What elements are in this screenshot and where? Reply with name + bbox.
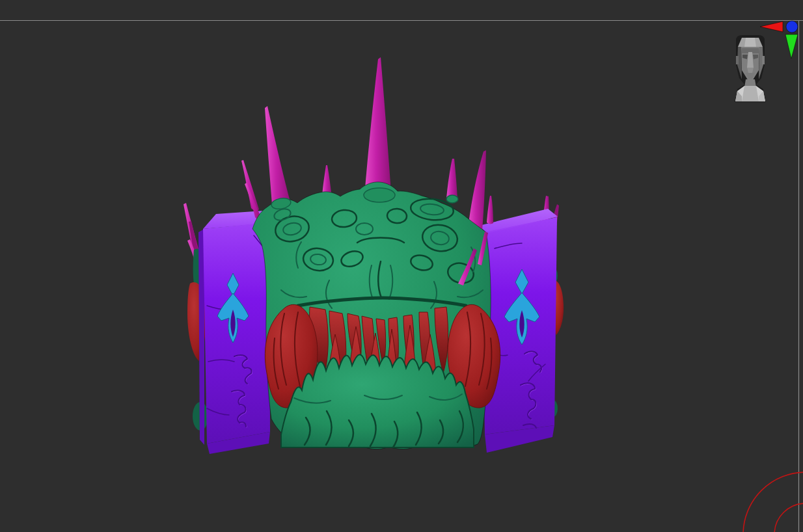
axis-z-sphere[interactable] — [786, 21, 798, 33]
mouth — [265, 298, 500, 447]
camera-head-icon[interactable] — [735, 35, 766, 102]
viewport-stage — [0, 0, 803, 532]
viewport-canvas[interactable] — [0, 0, 803, 532]
